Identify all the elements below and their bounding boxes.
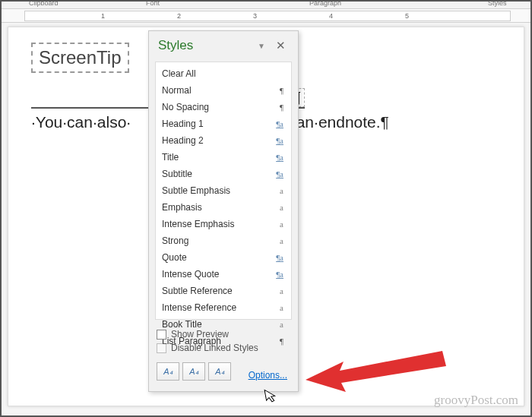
style-row[interactable]: Heading 2¶a [156, 132, 291, 149]
watermark: groovyPost.com [434, 393, 518, 408]
style-type-icon: ¶a [276, 150, 283, 165]
style-type-icon: a [280, 233, 283, 248]
style-type-icon: ¶a [276, 250, 283, 265]
ribbon-group-paragraph: Paragraph [309, 0, 341, 7]
style-row[interactable]: Normal¶ [156, 82, 291, 99]
style-row[interactable]: Quote¶a [156, 249, 291, 266]
style-row[interactable]: No Spacing¶ [156, 99, 291, 115]
style-label: Emphasis [162, 200, 280, 215]
ribbon-group-styles: Styles [488, 0, 507, 7]
checkbox-icon [157, 330, 166, 340]
style-row[interactable]: Subtle Emphasisa [156, 182, 291, 199]
style-type-icon: a [280, 216, 283, 232]
ribbon-bottom-edge: Clipboard Font Paragraph Styles [2, 2, 530, 9]
style-type-icon: a [280, 283, 283, 299]
style-label: Intense Emphasis [162, 216, 280, 232]
style-label: Title [162, 150, 276, 165]
style-type-icon: ¶ [280, 333, 283, 349]
style-row[interactable]: Subtle Referencea [156, 283, 291, 299]
style-type-icon: a [280, 183, 283, 198]
style-label: Intense Reference [162, 300, 280, 315]
style-label: Subtle Emphasis [162, 183, 280, 198]
style-type-icon: ¶a [276, 267, 283, 282]
style-row[interactable]: Stronga [156, 232, 291, 249]
style-label: No Spacing [162, 100, 280, 115]
style-label: Heading 2 [162, 133, 276, 148]
styles-pane: Styles ▼ ✕ Clear AllNormal¶No Spacing¶He… [148, 30, 299, 392]
new-style-button[interactable]: A₄ [157, 362, 179, 381]
ribbon-group-font: Font [146, 0, 160, 7]
style-type-icon: ¶a [276, 166, 283, 182]
style-label: Heading 1 [162, 116, 276, 131]
style-type-icon: a [280, 317, 283, 332]
style-type-icon: ¶a [276, 133, 283, 148]
style-label: Subtitle [162, 166, 276, 182]
manage-styles-button[interactable]: A₄ [208, 362, 231, 381]
style-label: Clear All [162, 66, 283, 81]
pane-close-button[interactable]: ✕ [270, 37, 292, 54]
style-label: Normal [162, 83, 280, 98]
style-row[interactable]: Clear All [156, 65, 291, 82]
style-row[interactable]: Subtitle¶a [156, 166, 291, 182]
style-row[interactable]: Intense Referencea [156, 299, 291, 316]
style-type-icon: ¶ [280, 83, 283, 98]
style-type-icon: ¶ [280, 100, 283, 115]
style-label: Subtle Reference [162, 283, 280, 299]
ribbon-group-clipboard: Clipboard [29, 0, 59, 7]
style-label: Intense Quote [162, 267, 276, 282]
options-link[interactable]: Options... [249, 370, 290, 381]
style-type-icon: a [280, 300, 283, 315]
style-inspector-button[interactable]: A₄ [182, 362, 205, 381]
screentip-box: ScreenTip [31, 43, 129, 73]
pane-menu-button[interactable]: ▼ [253, 40, 270, 52]
style-row[interactable]: Title¶a [156, 149, 291, 166]
checkbox-icon [157, 343, 166, 353]
style-label: Strong [162, 233, 280, 248]
style-list: Clear AllNormal¶No Spacing¶Heading 1¶aHe… [155, 62, 292, 320]
style-row[interactable]: Heading 1¶a [156, 115, 291, 132]
style-type-icon: a [280, 200, 283, 215]
pane-title: Styles [158, 38, 253, 53]
horizontal-ruler[interactable]: 1 2 3 4 5 [2, 9, 530, 23]
style-row[interactable]: Intense Quote¶a [156, 266, 291, 283]
style-row[interactable]: Intense Emphasisa [156, 216, 291, 232]
style-type-icon: ¶a [276, 116, 283, 131]
style-row[interactable]: Emphasisa [156, 199, 291, 216]
style-label: Quote [162, 250, 276, 265]
